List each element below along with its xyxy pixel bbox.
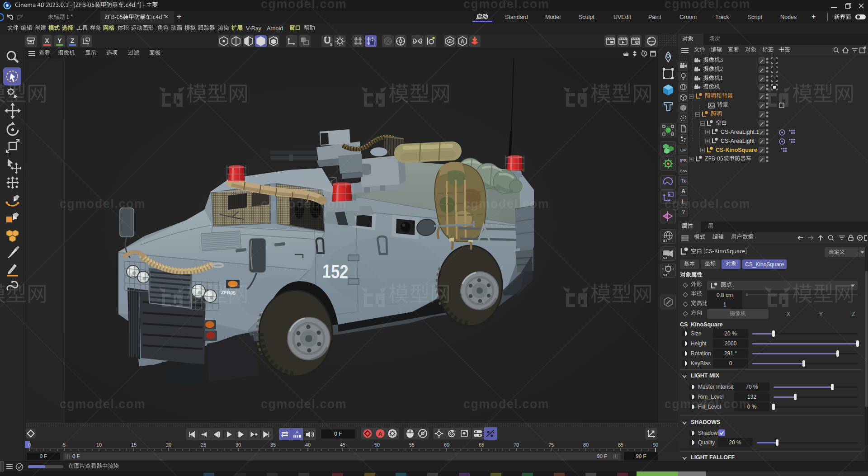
svg-text:70: 70 <box>514 442 519 448</box>
svg-text:Ass: Ass <box>680 168 687 173</box>
svg-text:A: A <box>461 38 465 45</box>
svg-text:25: 25 <box>201 442 206 448</box>
svg-text:Tx: Tx <box>681 179 686 184</box>
svg-text:55: 55 <box>409 442 415 448</box>
svg-text:85: 85 <box>618 442 623 448</box>
svg-text:90: 90 <box>653 442 658 448</box>
svg-text:ZFB05: ZFB05 <box>221 289 236 296</box>
svg-text:65: 65 <box>479 442 484 448</box>
svg-text:A: A <box>296 430 298 434</box>
svg-text:40: 40 <box>305 442 311 448</box>
svg-text:15: 15 <box>131 442 137 448</box>
svg-text:30: 30 <box>236 442 241 448</box>
svg-text:152: 152 <box>322 260 349 283</box>
svg-text:ST: ST <box>663 256 668 259</box>
svg-text:75: 75 <box>548 442 554 448</box>
svg-text:L: L <box>682 198 685 205</box>
svg-text:45: 45 <box>340 442 345 448</box>
svg-text:35: 35 <box>270 442 276 448</box>
svg-text:50: 50 <box>374 442 380 448</box>
svg-text:20: 20 <box>166 442 171 448</box>
svg-text:?: ? <box>682 209 685 215</box>
svg-text:0: 0 <box>28 442 31 448</box>
svg-text:60: 60 <box>444 442 449 448</box>
svg-text:10: 10 <box>96 442 102 448</box>
svg-text:IPR: IPR <box>680 158 687 163</box>
svg-text:OP: OP <box>680 147 687 152</box>
svg-text:A: A <box>681 188 685 194</box>
svg-text:A: A <box>378 431 382 437</box>
svg-text:ST: ST <box>663 273 668 277</box>
svg-text:ST: ST <box>663 239 668 242</box>
svg-text:80: 80 <box>583 442 589 448</box>
svg-text:5: 5 <box>63 442 66 448</box>
